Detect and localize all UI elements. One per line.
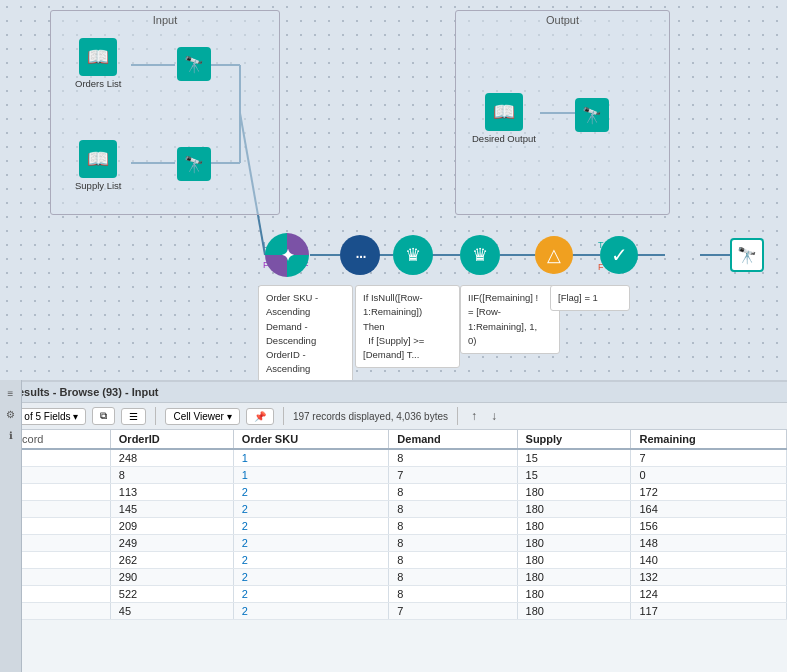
formula2-tooltip: IIF([Remaining] != [Row-1:Remaining], 1,… <box>460 285 560 354</box>
cell-orderid: 145 <box>110 501 233 518</box>
data-table-wrap: Record OrderID Order SKU Demand Supply R… <box>0 430 787 672</box>
cell-remaining: 132 <box>631 569 787 586</box>
cell-ordersku: 1 <box>233 467 388 484</box>
copy-button[interactable]: ⧉ <box>92 407 115 425</box>
nav-up-button[interactable]: ↑ <box>467 407 481 425</box>
cell-supply: 180 <box>517 518 631 535</box>
output-browse-node[interactable]: 🔭 <box>730 238 764 272</box>
table-row: 8 290 2 8 180 132 <box>0 569 787 586</box>
join-node[interactable]: ✦ <box>265 233 309 277</box>
filter-icon: △ <box>547 244 561 266</box>
formula1-icon: ♛ <box>405 244 421 266</box>
cell-orderid: 209 <box>110 518 233 535</box>
fields-chevron: ▾ <box>73 411 78 422</box>
cell-supply: 180 <box>517 484 631 501</box>
cell-remaining: 156 <box>631 518 787 535</box>
cell-ordersku: 1 <box>233 449 388 467</box>
cell-orderid: 113 <box>110 484 233 501</box>
cell-supply: 180 <box>517 552 631 569</box>
supply-list-node[interactable]: 📖 Supply List <box>75 140 121 191</box>
table-row: 9 522 2 8 180 124 <box>0 586 787 603</box>
cell-remaining: 7 <box>631 449 787 467</box>
filter-node[interactable]: △ <box>535 236 573 274</box>
pin-button[interactable]: 📌 <box>246 408 274 425</box>
col-header-ordersku: Order SKU <box>233 430 388 449</box>
cell-supply: 180 <box>517 586 631 603</box>
copy-icon: ⧉ <box>100 410 107 422</box>
orders-list-label: Orders List <box>75 78 121 89</box>
cell-demand: 8 <box>389 586 517 603</box>
col-header-demand: Demand <box>389 430 517 449</box>
cell-remaining: 117 <box>631 603 787 620</box>
config-icon[interactable]: ⚙ <box>3 406 19 422</box>
filter-tooltip-text: [Flag] = 1 <box>558 292 598 303</box>
table-row: 4 145 2 8 180 164 <box>0 501 787 518</box>
col-header-supply: Supply <box>517 430 631 449</box>
cell-supply: 15 <box>517 467 631 484</box>
records-info: 197 records displayed, 4,036 bytes <box>293 411 448 422</box>
cell-orderid: 45 <box>110 603 233 620</box>
desired-output-node[interactable]: 📖 Desired Output <box>472 93 536 144</box>
col-header-remaining: Remaining <box>631 430 787 449</box>
info-icon[interactable]: ℹ <box>3 427 19 443</box>
cell-ordersku: 2 <box>233 484 388 501</box>
results-header: Results - Browse (93) - Input <box>0 382 787 403</box>
cell-demand: 8 <box>389 518 517 535</box>
orders-list-node[interactable]: 📖 Orders List <box>75 38 121 89</box>
col-header-orderid: OrderID <box>110 430 233 449</box>
orders-browse-icon[interactable]: 🔭 <box>177 47 211 81</box>
layout-button[interactable]: ☰ <box>121 408 146 425</box>
cell-demand: 8 <box>389 449 517 467</box>
formula1-tooltip: If IsNull([Row-1:Remaining])Then If [Sup… <box>355 285 460 368</box>
formula1-tooltip-text: If IsNull([Row-1:Remaining])Then If [Sup… <box>363 292 424 360</box>
cell-ordersku: 2 <box>233 569 388 586</box>
cell-supply: 180 <box>517 603 631 620</box>
cell-demand: 8 <box>389 501 517 518</box>
supply-browse-icon[interactable]: 🔭 <box>177 147 211 181</box>
cell-supply: 15 <box>517 449 631 467</box>
table-header: Record OrderID Order SKU Demand Supply R… <box>0 430 787 449</box>
cell-remaining: 148 <box>631 535 787 552</box>
cell-ordersku: 2 <box>233 518 388 535</box>
cell-demand: 8 <box>389 552 517 569</box>
cell-remaining: 164 <box>631 501 787 518</box>
desired-output-icon: 📖 <box>485 93 523 131</box>
results-panel: ≡ ⚙ ℹ Results - Browse (93) - Input 5 of… <box>0 380 787 672</box>
results-toolbar: 5 of 5 Fields ▾ ⧉ ☰ Cell Viewer ▾ 📌 <box>0 403 787 430</box>
results-header-text: Results - Browse (93) - Input <box>10 386 159 398</box>
table-row: 10 45 2 7 180 117 <box>0 603 787 620</box>
desired-output-browse-icon[interactable]: 🔭 <box>575 98 609 132</box>
filter-tooltip: [Flag] = 1 <box>550 285 630 311</box>
cell-remaining: 140 <box>631 552 787 569</box>
sort-tooltip: Order SKU - AscendingDemand - Descending… <box>258 285 353 380</box>
supply-list-icon: 📖 <box>79 140 117 178</box>
formula1-node[interactable]: ♛ <box>393 235 433 275</box>
fields-label: 5 of 5 Fields <box>16 411 70 422</box>
cell-ordersku: 2 <box>233 603 388 620</box>
cell-ordersku: 2 <box>233 535 388 552</box>
supply-list-label: Supply List <box>75 180 121 191</box>
desired-output-label: Desired Output <box>472 133 536 144</box>
cell-demand: 7 <box>389 603 517 620</box>
cell-demand: 8 <box>389 569 517 586</box>
nav-down-button[interactable]: ↓ <box>487 407 501 425</box>
cell-ordersku: 2 <box>233 586 388 603</box>
cell-demand: 8 <box>389 535 517 552</box>
cell-remaining: 172 <box>631 484 787 501</box>
table-row: 3 113 2 8 180 172 <box>0 484 787 501</box>
table-row: 6 249 2 8 180 148 <box>0 535 787 552</box>
check-node[interactable]: ✓ <box>600 236 638 274</box>
sort-node[interactable]: ··· <box>340 235 380 275</box>
cell-viewer-chevron: ▾ <box>227 411 232 422</box>
join-icon: ✦ <box>281 246 294 265</box>
rows-icon[interactable]: ≡ <box>3 385 19 401</box>
cell-demand: 8 <box>389 484 517 501</box>
cell-orderid: 8 <box>110 467 233 484</box>
cell-viewer-button[interactable]: Cell Viewer ▾ <box>165 408 239 425</box>
formula2-icon: ♛ <box>472 244 488 266</box>
layout-icon: ☰ <box>129 411 138 422</box>
formula2-node[interactable]: ♛ <box>460 235 500 275</box>
table-row: 5 209 2 8 180 156 <box>0 518 787 535</box>
cell-orderid: 248 <box>110 449 233 467</box>
cell-demand: 7 <box>389 467 517 484</box>
